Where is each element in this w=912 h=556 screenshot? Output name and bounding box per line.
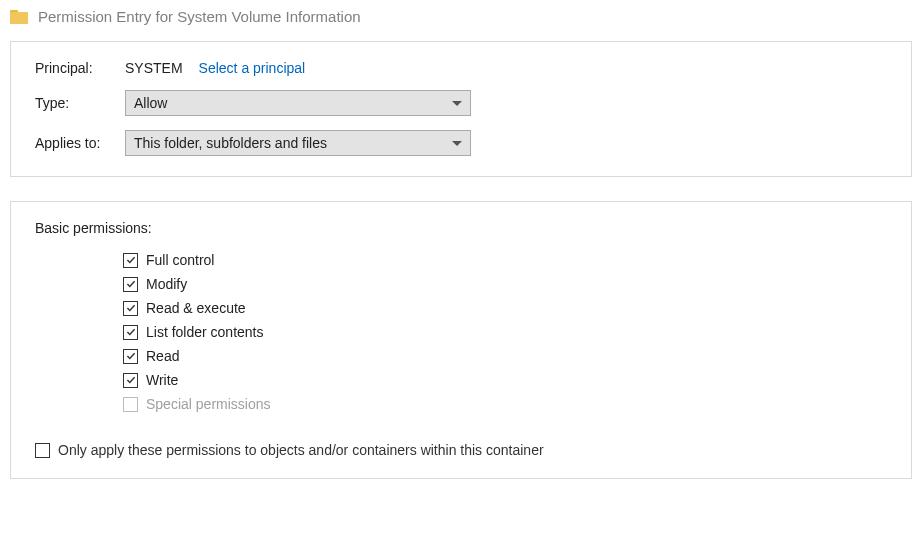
permission-item: Modify bbox=[123, 276, 887, 292]
only-apply-checkbox[interactable] bbox=[35, 443, 50, 458]
applies-to-label: Applies to: bbox=[35, 135, 125, 151]
folder-icon bbox=[10, 10, 28, 24]
permission-label: Write bbox=[146, 372, 178, 388]
principal-panel: Principal: SYSTEM Select a principal Typ… bbox=[10, 41, 912, 177]
permission-label: Read & execute bbox=[146, 300, 246, 316]
window-title: Permission Entry for System Volume Infor… bbox=[38, 8, 361, 25]
principal-row: Principal: SYSTEM Select a principal bbox=[35, 60, 887, 76]
permission-label: Modify bbox=[146, 276, 187, 292]
applies-to-combo[interactable]: This folder, subfolders and files bbox=[125, 130, 471, 156]
principal-label: Principal: bbox=[35, 60, 125, 76]
applies-to-row: Applies to: This folder, subfolders and … bbox=[35, 130, 887, 156]
permissions-list: Full controlModifyRead & executeList fol… bbox=[123, 252, 887, 412]
permission-item: Read bbox=[123, 348, 887, 364]
applies-to-value: This folder, subfolders and files bbox=[134, 135, 327, 151]
type-combo[interactable]: Allow bbox=[125, 90, 471, 116]
permission-checkbox bbox=[123, 397, 138, 412]
permission-item: Full control bbox=[123, 252, 887, 268]
permission-checkbox[interactable] bbox=[123, 349, 138, 364]
permission-label: Full control bbox=[146, 252, 214, 268]
permission-label: List folder contents bbox=[146, 324, 264, 340]
permission-item: Special permissions bbox=[123, 396, 887, 412]
permission-item: Read & execute bbox=[123, 300, 887, 316]
permission-label: Read bbox=[146, 348, 179, 364]
permission-checkbox[interactable] bbox=[123, 325, 138, 340]
basic-permissions-label: Basic permissions: bbox=[35, 220, 887, 236]
principal-value: SYSTEM bbox=[125, 60, 183, 76]
type-value: Allow bbox=[134, 95, 167, 111]
permissions-panel: Basic permissions: Full controlModifyRea… bbox=[10, 201, 912, 479]
title-bar: Permission Entry for System Volume Infor… bbox=[0, 0, 912, 37]
permission-checkbox[interactable] bbox=[123, 373, 138, 388]
chevron-down-icon bbox=[452, 141, 462, 146]
select-principal-link[interactable]: Select a principal bbox=[199, 60, 306, 76]
only-apply-row: Only apply these permissions to objects … bbox=[35, 442, 887, 458]
permission-item: List folder contents bbox=[123, 324, 887, 340]
permission-item: Write bbox=[123, 372, 887, 388]
permission-checkbox[interactable] bbox=[123, 301, 138, 316]
type-row: Type: Allow bbox=[35, 90, 887, 116]
chevron-down-icon bbox=[452, 101, 462, 106]
type-label: Type: bbox=[35, 95, 125, 111]
only-apply-label: Only apply these permissions to objects … bbox=[58, 442, 544, 458]
permission-checkbox[interactable] bbox=[123, 277, 138, 292]
permission-label: Special permissions bbox=[146, 396, 271, 412]
permission-checkbox[interactable] bbox=[123, 253, 138, 268]
